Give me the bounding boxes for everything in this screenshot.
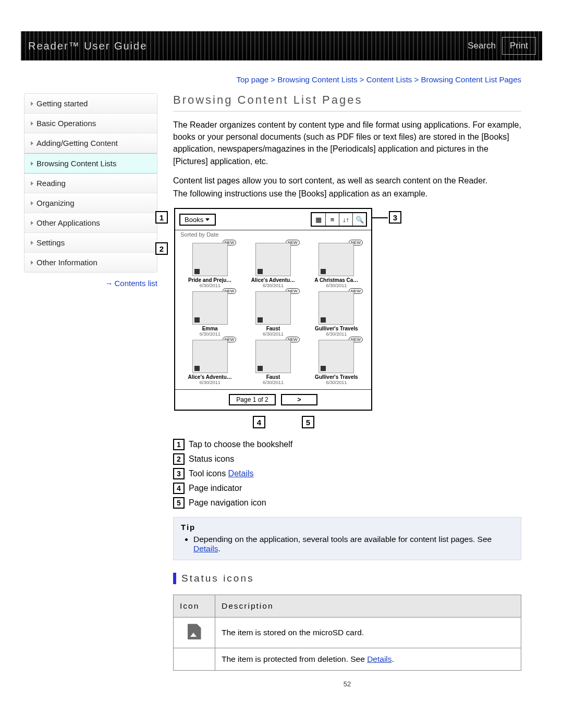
callout-1: 1 [155, 211, 168, 224]
tip-box: Tip Depending on the application, severa… [173, 517, 521, 560]
breadcrumb[interactable]: Top page > Browsing Content Lists > Cont… [21, 75, 521, 84]
book-item[interactable]: NEWFaust6/30/2011 [243, 291, 302, 337]
book-cover [255, 291, 291, 325]
nav-item-reading[interactable]: Reading [25, 174, 157, 193]
bookshelf-dropdown[interactable]: Books [179, 214, 216, 226]
book-title: Faust [243, 326, 302, 331]
nav-item-getting-started[interactable]: Getting started [25, 94, 157, 114]
legend-text: Page indicator [189, 484, 242, 493]
nav-label: Adding/Getting Content [36, 139, 118, 147]
book-item[interactable]: NEWAlice's Adventu…6/30/2011 [243, 243, 302, 288]
book-cover [255, 243, 291, 276]
book-date: 6/30/2011 [180, 331, 239, 337]
book-title: Gulliver's Travels [307, 326, 366, 331]
callout-legend: 1Tap to choose the bookshelf 2Status ico… [173, 439, 521, 509]
nav-item-settings[interactable]: Settings [25, 233, 157, 253]
caret-right-icon [31, 102, 33, 106]
book-title: Alice's Adventu… [180, 374, 239, 380]
book-cover [319, 291, 354, 325]
sidebar: Getting started Basic Operations Adding/… [24, 93, 157, 688]
nav-label: Organizing [36, 199, 75, 207]
book-date: 6/30/2011 [307, 283, 366, 288]
legend-row: 1Tap to choose the bookshelf [173, 439, 521, 450]
page-number: 52 [173, 680, 521, 688]
book-date: 6/30/2011 [180, 380, 239, 385]
book-date: 6/30/2011 [180, 283, 239, 288]
legend-num: 5 [173, 497, 185, 509]
book-title: Pride and Preju… [180, 277, 239, 283]
page-indicator[interactable]: Page 1 of 2 [229, 394, 276, 405]
microsd-icon [188, 624, 201, 639]
grid-view-icon[interactable]: ▦ [312, 213, 325, 226]
sort-icon[interactable]: ↓↑ [339, 213, 352, 226]
nav-item-browsing-content-lists[interactable]: Browsing Content Lists [25, 153, 157, 174]
book-date: 6/30/2011 [307, 380, 366, 385]
table-row: The item is protected from deletion. See… [174, 648, 521, 671]
contents-list-link[interactable]: Contents list [114, 279, 157, 288]
legend-text: Tool icons [189, 469, 228, 478]
caret-right-icon [31, 162, 33, 166]
legend-text: Tap to choose the bookshelf [189, 440, 292, 449]
nav-item-basic-operations[interactable]: Basic Operations [25, 114, 157, 133]
book-item[interactable]: NEWFaust6/30/2011 [243, 340, 302, 385]
book-item[interactable]: NEWEmma6/30/2011 [180, 291, 239, 337]
book-item[interactable]: NEWGulliver's Travels6/30/2011 [307, 340, 366, 385]
header-bar: Reader™ User Guide Search Print [21, 31, 542, 60]
page-next-button[interactable]: > [281, 394, 317, 405]
legend-num: 4 [173, 483, 185, 494]
intro-para-3: The following instructions use the [Book… [173, 188, 521, 200]
row-desc: The item is stored on the microSD card. [215, 618, 521, 648]
book-cover [192, 340, 228, 373]
legend-text: Status icons [189, 454, 234, 464]
nav-item-other-applications[interactable]: Other Applications [25, 213, 157, 233]
tip-period: . [218, 544, 220, 553]
app-title: Reader™ User Guide [28, 40, 147, 52]
nav-item-other-information[interactable]: Other Information [25, 253, 157, 272]
caret-right-icon [31, 241, 33, 245]
nav-item-organizing[interactable]: Organizing [25, 193, 157, 213]
book-grid: NEWPride and Preju…6/30/2011 NEWAlice's … [175, 241, 371, 389]
list-view-icon[interactable]: ≡ [325, 213, 339, 226]
book-item[interactable]: NEWAlice's Adventu…6/30/2011 [180, 340, 239, 385]
legend-row: 3Tool icons Details [173, 468, 521, 479]
caret-right-icon [31, 201, 33, 205]
callout-3-line [372, 217, 388, 218]
device-illustration: 1 2 3 Books ▦ ≡ ↓↑ 🔍 Sorted by Date [174, 208, 372, 428]
toolbar: ▦ ≡ ↓↑ 🔍 [311, 212, 367, 227]
book-item[interactable]: NEWGulliver's Travels6/30/2011 [307, 291, 366, 337]
book-cover [192, 291, 228, 325]
callout-3: 3 [389, 211, 401, 224]
book-date: 6/30/2011 [243, 331, 302, 337]
print-button[interactable]: Print [502, 37, 536, 55]
legend-num: 1 [173, 439, 185, 450]
details-link[interactable]: Details [228, 469, 254, 478]
nav-label: Basic Operations [36, 119, 96, 128]
nav-label: Other Information [36, 258, 97, 267]
sorted-by-label: Sorted by Date [175, 230, 371, 241]
nav-item-adding-content[interactable]: Adding/Getting Content [25, 133, 157, 153]
nav-list: Getting started Basic Operations Adding/… [24, 93, 157, 273]
book-date: 6/30/2011 [307, 331, 366, 337]
book-item[interactable]: NEWPride and Preju…6/30/2011 [180, 243, 239, 288]
book-item[interactable]: NEWA Christmas Ca…6/30/2011 [307, 243, 366, 288]
search-icon[interactable]: 🔍 [352, 213, 366, 226]
book-title: Alice's Adventu… [243, 277, 302, 283]
callout-4: 4 [253, 416, 265, 428]
nav-label: Browsing Content Lists [36, 159, 116, 168]
caret-right-icon [31, 121, 33, 126]
tip-text: Depending on the application, several to… [193, 535, 492, 544]
search-link[interactable]: Search [468, 41, 496, 51]
dropdown-label: Books [185, 216, 203, 224]
legend-text: Page navigation icon [189, 498, 266, 508]
caret-right-icon [31, 181, 33, 186]
details-link[interactable]: Details [367, 655, 391, 663]
legend-row: 5Page navigation icon [173, 497, 521, 509]
caret-right-icon [31, 261, 33, 265]
page-title: Browsing Content List Pages [173, 93, 521, 112]
intro-para-2: Content list pages allow you to sort con… [173, 175, 521, 187]
book-title: Emma [180, 326, 239, 331]
th-description: Description [215, 595, 521, 618]
details-link[interactable]: Details [193, 544, 218, 553]
caret-down-icon [205, 218, 210, 221]
desc-post: . [392, 655, 394, 663]
